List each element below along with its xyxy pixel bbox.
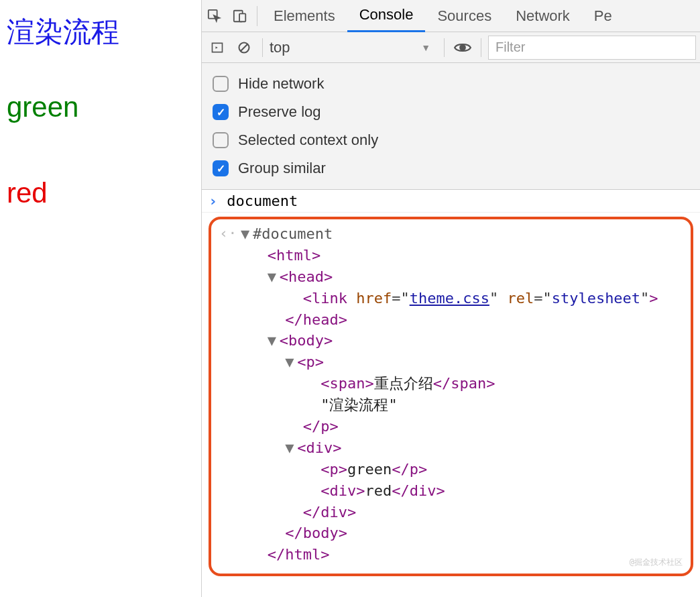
tab-network[interactable]: Network <box>504 0 582 32</box>
setting-label: Selected context only <box>238 131 378 149</box>
p-text-node[interactable]: "渲染流程" <box>320 396 398 413</box>
setting-label: Preserve log <box>238 103 321 121</box>
tab-console[interactable]: Console <box>347 0 426 32</box>
execution-context-select[interactable]: top ▼ <box>270 39 437 56</box>
page-title: 渲染流程 <box>7 13 194 51</box>
devtools-panel: Elements Console Sources Network Pe top … <box>201 0 700 597</box>
output-chevron-icon: ‹· <box>219 225 237 241</box>
context-label: top <box>270 39 290 56</box>
clear-console-icon[interactable] <box>233 36 255 59</box>
setting-hide-network[interactable]: Hide network <box>213 70 689 98</box>
checkbox-icon[interactable] <box>213 76 229 92</box>
filter-input[interactable]: Filter <box>488 36 696 60</box>
live-expression-icon[interactable] <box>451 36 474 59</box>
checkbox-icon[interactable] <box>213 132 229 148</box>
tab-elements[interactable]: Elements <box>261 0 347 32</box>
console-settings: Hide network ✓ Preserve log Selected con… <box>202 63 700 190</box>
setting-label: Hide network <box>238 75 324 93</box>
toggle-sidebar-icon[interactable] <box>206 36 229 59</box>
console-toolbar: top ▼ Filter <box>202 32 700 63</box>
device-toolbar-icon[interactable] <box>227 0 253 32</box>
console-output: › document ‹· ▼#document <html> ▼<head> … <box>202 190 700 597</box>
page-red-text: red <box>7 177 194 209</box>
link-href-value[interactable]: theme.css <box>410 290 489 307</box>
setting-preserve-log[interactable]: ✓ Preserve log <box>213 98 689 126</box>
svg-line-5 <box>241 44 247 51</box>
separator <box>257 6 257 26</box>
page-green-text: green <box>7 91 194 123</box>
setting-label: Group similar <box>238 160 326 177</box>
console-output-highlighted: ‹· ▼#document <html> ▼<head> <link href=… <box>209 217 693 576</box>
tab-performance[interactable]: Pe <box>582 0 624 32</box>
tab-sources[interactable]: Sources <box>425 0 504 32</box>
filter-placeholder: Filter <box>495 40 525 55</box>
page-content: 渲染流程 green red <box>0 0 201 597</box>
svg-rect-2 <box>239 13 245 21</box>
separator <box>262 38 263 57</box>
setting-group-similar[interactable]: ✓ Group similar <box>213 154 689 182</box>
separator <box>481 38 481 57</box>
svg-point-6 <box>460 45 465 50</box>
separator <box>444 38 445 57</box>
setting-selected-context[interactable]: Selected context only <box>213 126 689 154</box>
span-text[interactable]: 重点介绍 <box>374 375 433 392</box>
watermark: @掘金技术社区 <box>630 557 683 568</box>
inner-div-text[interactable]: red <box>365 482 392 499</box>
checkbox-checked-icon[interactable]: ✓ <box>213 160 229 176</box>
chevron-down-icon: ▼ <box>421 42 430 53</box>
checkbox-checked-icon[interactable]: ✓ <box>213 104 229 120</box>
inspect-element-icon[interactable] <box>202 0 227 32</box>
console-input-row[interactable]: › document <box>202 190 700 213</box>
document-node[interactable]: #document <box>253 225 333 242</box>
devtools-tabbar: Elements Console Sources Network Pe <box>202 0 700 32</box>
input-chevron-icon: › <box>209 193 217 209</box>
dom-tree[interactable]: ▼#document <html> ▼<head> <link href="th… <box>241 223 684 565</box>
inner-p-text[interactable]: green <box>347 461 392 478</box>
console-command: document <box>227 193 298 209</box>
